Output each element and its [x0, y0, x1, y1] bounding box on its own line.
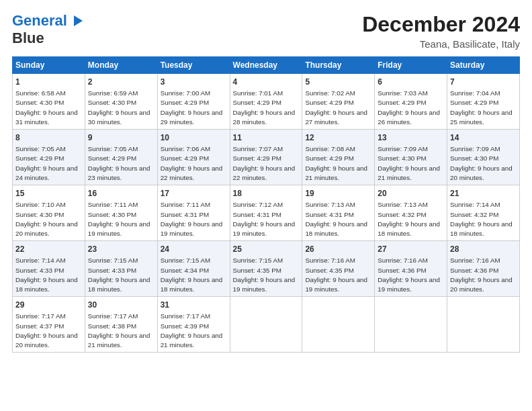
calendar-day-15: 15 Sunrise: 7:10 AMSunset: 4:30 PMDaylig… — [13, 185, 85, 241]
day-info: Sunrise: 7:04 AMSunset: 4:29 PMDaylight:… — [450, 89, 513, 126]
calendar-day-26: 26 Sunrise: 7:16 AMSunset: 4:35 PMDaylig… — [302, 241, 375, 297]
weekday-header-row: Sunday Monday Tuesday Wednesday Thursday… — [13, 57, 520, 74]
month-title: December 2024 — [362, 12, 520, 37]
day-info: Sunrise: 7:09 AMSunset: 4:30 PMDaylight:… — [378, 145, 440, 181]
calendar-day-2: 2 Sunrise: 6:59 AMSunset: 4:30 PMDayligh… — [85, 74, 157, 130]
calendar-day-16: 16 Sunrise: 7:11 AMSunset: 4:30 PMDaylig… — [85, 185, 157, 241]
day-number: 19 — [305, 188, 371, 199]
location: Teana, Basilicate, Italy — [362, 38, 520, 50]
calendar-day-8: 8 Sunrise: 7:05 AMSunset: 4:29 PMDayligh… — [13, 130, 85, 185]
calendar-day-empty — [302, 297, 375, 353]
day-info: Sunrise: 7:15 AMSunset: 4:34 PMDaylight:… — [161, 257, 223, 293]
day-number: 30 — [88, 300, 154, 310]
page-container: General Blue December 2024 Teana, Basili… — [0, 0, 532, 359]
calendar-day-17: 17 Sunrise: 7:11 AMSunset: 4:31 PMDaylig… — [157, 185, 230, 241]
day-info: Sunrise: 7:03 AMSunset: 4:29 PMDaylight:… — [378, 89, 440, 126]
calendar-day-28: 28 Sunrise: 7:16 AMSunset: 4:36 PMDaylig… — [447, 241, 520, 297]
day-number: 10 — [161, 132, 227, 143]
day-info: Sunrise: 7:06 AMSunset: 4:29 PMDaylight:… — [161, 145, 223, 181]
calendar-week-3: 15 Sunrise: 7:10 AMSunset: 4:30 PMDaylig… — [13, 185, 520, 241]
calendar-day-25: 25 Sunrise: 7:15 AMSunset: 4:35 PMDaylig… — [230, 241, 302, 297]
day-info: Sunrise: 7:05 AMSunset: 4:29 PMDaylight:… — [15, 145, 78, 181]
calendar-day-11: 11 Sunrise: 7:07 AMSunset: 4:29 PMDaylig… — [230, 130, 302, 185]
calendar-day-empty — [375, 297, 447, 353]
day-number: 8 — [15, 132, 82, 143]
day-info: Sunrise: 7:16 AMSunset: 4:36 PMDaylight:… — [450, 257, 513, 293]
day-info: Sunrise: 7:13 AMSunset: 4:32 PMDaylight:… — [378, 201, 440, 237]
calendar-table: Sunday Monday Tuesday Wednesday Thursday… — [12, 56, 520, 353]
day-number: 20 — [378, 188, 444, 199]
logo: General Blue — [12, 12, 83, 48]
calendar-day-3: 3 Sunrise: 7:00 AMSunset: 4:29 PMDayligh… — [157, 74, 230, 130]
day-number: 18 — [233, 188, 300, 199]
header: General Blue December 2024 Teana, Basili… — [12, 12, 520, 50]
day-info: Sunrise: 7:12 AMSunset: 4:31 PMDaylight:… — [233, 201, 296, 237]
day-number: 27 — [378, 244, 444, 255]
calendar-day-14: 14 Sunrise: 7:09 AMSunset: 4:30 PMDaylig… — [447, 130, 520, 185]
day-info: Sunrise: 6:59 AMSunset: 4:30 PMDaylight:… — [88, 89, 150, 126]
calendar-day-22: 22 Sunrise: 7:14 AMSunset: 4:33 PMDaylig… — [13, 241, 85, 297]
logo-general: General — [12, 12, 67, 29]
day-info: Sunrise: 7:15 AMSunset: 4:35 PMDaylight:… — [233, 257, 296, 293]
calendar-day-23: 23 Sunrise: 7:15 AMSunset: 4:33 PMDaylig… — [85, 241, 157, 297]
day-info: Sunrise: 7:16 AMSunset: 4:35 PMDaylight:… — [305, 257, 367, 293]
day-number: 22 — [15, 244, 82, 255]
day-info: Sunrise: 7:16 AMSunset: 4:36 PMDaylight:… — [378, 257, 440, 293]
day-info: Sunrise: 7:01 AMSunset: 4:29 PMDaylight:… — [233, 89, 296, 126]
day-info: Sunrise: 7:13 AMSunset: 4:31 PMDaylight:… — [305, 201, 367, 237]
calendar-week-4: 22 Sunrise: 7:14 AMSunset: 4:33 PMDaylig… — [13, 241, 520, 297]
calendar-day-27: 27 Sunrise: 7:16 AMSunset: 4:36 PMDaylig… — [375, 241, 447, 297]
day-number: 31 — [161, 300, 227, 310]
day-number: 15 — [15, 188, 82, 199]
calendar-day-30: 30 Sunrise: 7:17 AMSunset: 4:38 PMDaylig… — [85, 297, 157, 353]
day-info: Sunrise: 7:14 AMSunset: 4:32 PMDaylight:… — [450, 201, 513, 237]
day-info: Sunrise: 7:09 AMSunset: 4:30 PMDaylight:… — [450, 145, 513, 181]
day-number: 23 — [88, 244, 154, 255]
calendar-day-empty — [230, 297, 302, 353]
calendar-day-24: 24 Sunrise: 7:15 AMSunset: 4:34 PMDaylig… — [157, 241, 230, 297]
day-number: 21 — [450, 188, 517, 199]
calendar-day-18: 18 Sunrise: 7:12 AMSunset: 4:31 PMDaylig… — [230, 185, 302, 241]
day-number: 11 — [233, 132, 300, 143]
calendar-day-1: 1 Sunrise: 6:58 AMSunset: 4:30 PMDayligh… — [13, 74, 85, 130]
day-number: 9 — [88, 132, 154, 143]
day-number: 5 — [305, 77, 371, 87]
day-info: Sunrise: 7:11 AMSunset: 4:30 PMDaylight:… — [88, 201, 150, 237]
day-number: 1 — [15, 77, 82, 87]
day-number: 24 — [161, 244, 227, 255]
header-wednesday: Wednesday — [230, 57, 302, 74]
header-monday: Monday — [85, 57, 157, 74]
day-number: 3 — [161, 77, 227, 87]
day-info: Sunrise: 7:11 AMSunset: 4:31 PMDaylight:… — [161, 201, 223, 237]
calendar-day-31: 31 Sunrise: 7:17 AMSunset: 4:39 PMDaylig… — [157, 297, 230, 353]
header-friday: Friday — [375, 57, 447, 74]
calendar-day-19: 19 Sunrise: 7:13 AMSunset: 4:31 PMDaylig… — [302, 185, 375, 241]
day-info: Sunrise: 7:07 AMSunset: 4:29 PMDaylight:… — [233, 145, 296, 181]
day-number: 26 — [305, 244, 371, 255]
day-number: 14 — [450, 132, 517, 143]
day-number: 28 — [450, 244, 517, 255]
calendar-day-13: 13 Sunrise: 7:09 AMSunset: 4:30 PMDaylig… — [375, 130, 447, 185]
header-tuesday: Tuesday — [157, 57, 230, 74]
logo-blue: Blue — [12, 30, 44, 46]
logo-arrow-icon — [74, 15, 83, 26]
calendar-day-7: 7 Sunrise: 7:04 AMSunset: 4:29 PMDayligh… — [447, 74, 520, 130]
day-info: Sunrise: 7:05 AMSunset: 4:29 PMDaylight:… — [88, 145, 150, 181]
day-info: Sunrise: 6:58 AMSunset: 4:30 PMDaylight:… — [15, 89, 78, 126]
day-info: Sunrise: 7:15 AMSunset: 4:33 PMDaylight:… — [88, 257, 150, 293]
day-number: 7 — [450, 77, 517, 87]
day-info: Sunrise: 7:17 AMSunset: 4:39 PMDaylight:… — [161, 312, 223, 349]
day-number: 13 — [378, 132, 444, 143]
calendar-day-29: 29 Sunrise: 7:17 AMSunset: 4:37 PMDaylig… — [13, 297, 85, 353]
day-number: 4 — [233, 77, 300, 87]
calendar-day-4: 4 Sunrise: 7:01 AMSunset: 4:29 PMDayligh… — [230, 74, 302, 130]
calendar-day-20: 20 Sunrise: 7:13 AMSunset: 4:32 PMDaylig… — [375, 185, 447, 241]
calendar-day-21: 21 Sunrise: 7:14 AMSunset: 4:32 PMDaylig… — [447, 185, 520, 241]
header-sunday: Sunday — [13, 57, 85, 74]
calendar-day-10: 10 Sunrise: 7:06 AMSunset: 4:29 PMDaylig… — [157, 130, 230, 185]
calendar-week-5: 29 Sunrise: 7:17 AMSunset: 4:37 PMDaylig… — [13, 297, 520, 353]
day-info: Sunrise: 7:08 AMSunset: 4:29 PMDaylight:… — [305, 145, 367, 181]
header-saturday: Saturday — [447, 57, 520, 74]
calendar-week-2: 8 Sunrise: 7:05 AMSunset: 4:29 PMDayligh… — [13, 130, 520, 185]
calendar-day-9: 9 Sunrise: 7:05 AMSunset: 4:29 PMDayligh… — [85, 130, 157, 185]
